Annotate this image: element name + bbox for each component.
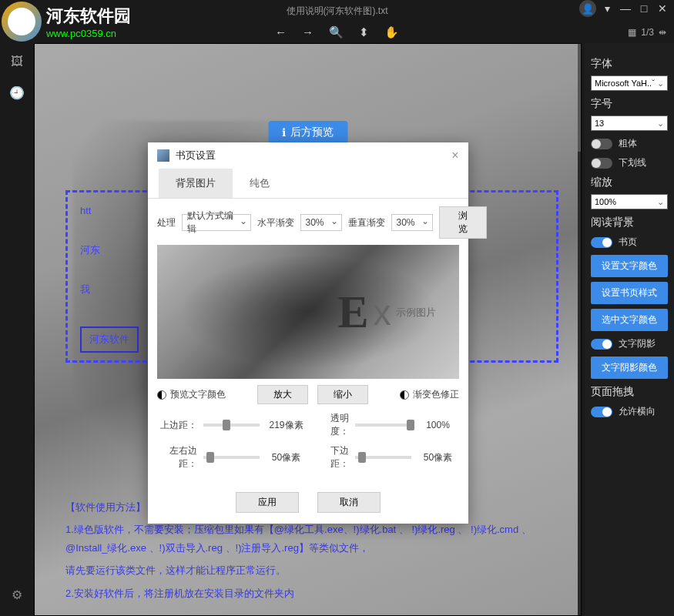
- font-select[interactable]: Microsoft YaH..ˇ: [591, 75, 668, 91]
- read-bg-label: 阅读背景: [591, 216, 668, 229]
- preview-image: E x 示例图片: [157, 245, 459, 379]
- zoom-out-button[interactable]: 缩小: [317, 385, 368, 404]
- text-shadow-label: 文字阴影: [619, 337, 656, 350]
- scrollbar[interactable]: [578, 44, 582, 615]
- process-label: 处理: [157, 216, 176, 229]
- contrast-icon-2: [400, 390, 409, 400]
- left-rail: 🖼 🕘 ⚙: [0, 43, 34, 616]
- size-select[interactable]: 13: [591, 116, 668, 131]
- dialog-title: 书页设置: [176, 149, 216, 162]
- v-gradient-select[interactable]: 30%: [391, 214, 433, 231]
- document-viewport[interactable]: htt 河东 我 河东软件 【软件使用方法】： 1.绿色版软件，不需要安装；压缩…: [34, 43, 582, 616]
- h-gradient-label: 水平渐变: [257, 216, 294, 229]
- tab-background-image[interactable]: 背景图片: [159, 169, 233, 198]
- watermark-title: 河东软件园: [46, 5, 131, 28]
- font-label: 字体: [591, 57, 668, 71]
- user-icon[interactable]: 👤: [579, 0, 596, 17]
- preview-example-label: 示例图片: [396, 305, 436, 319]
- contrast-icon: [157, 390, 166, 400]
- watermark: 河东软件园 www.pc0359.cn: [2, 2, 131, 42]
- nav-back-icon[interactable]: ←: [275, 25, 287, 39]
- hand-icon[interactable]: ✋: [384, 25, 399, 39]
- page-settings-dialog: 书页设置 × 背景图片 纯色 处理 默认方式编辑 水平渐变 30% 垂直渐变 3…: [148, 142, 468, 524]
- image-icon[interactable]: 🖼: [6, 51, 28, 72]
- page-mode-toggle[interactable]: [591, 237, 612, 248]
- margin-bottom-slider[interactable]: [355, 456, 411, 459]
- allow-horizontal-toggle[interactable]: [591, 407, 612, 417]
- zoom-in-button[interactable]: 放大: [257, 385, 308, 404]
- settings-icon[interactable]: ⚙: [6, 584, 28, 605]
- dialog-close-icon[interactable]: ×: [451, 149, 458, 162]
- link-box[interactable]: 河东软件: [80, 326, 139, 352]
- zoom-select[interactable]: 100%: [591, 194, 668, 209]
- margin-bottom-value: 50像素: [417, 451, 459, 464]
- bold-label: 粗体: [619, 137, 637, 150]
- cursor-icon[interactable]: ⬍: [359, 25, 369, 39]
- history-icon[interactable]: 🕘: [6, 82, 28, 103]
- dialog-icon: [157, 149, 169, 162]
- preview-banner: ℹ 后方预览: [268, 121, 347, 144]
- fit-width-icon[interactable]: ⇹: [659, 27, 666, 38]
- allow-horizontal-label: 允许横向: [619, 405, 656, 418]
- opacity-label: 透明度：: [314, 412, 349, 438]
- tab-solid-color[interactable]: 纯色: [233, 169, 287, 198]
- h-gradient-select[interactable]: 30%: [300, 214, 342, 231]
- zoom-label: 缩放: [591, 176, 668, 189]
- page-mode-label: 书页: [619, 236, 637, 249]
- preview-glyph-e: E: [337, 286, 368, 339]
- minimize-button[interactable]: —: [618, 1, 633, 16]
- right-panel: 字体 Microsoft YaH..ˇ 字号 13 粗体 下划线 缩放 100%…: [585, 43, 674, 616]
- opacity-value: 100%: [417, 420, 459, 430]
- browse-button[interactable]: 浏览: [439, 206, 487, 239]
- margin-bottom-label: 下边距：: [314, 444, 349, 470]
- watermark-url: www.pc0359.cn: [46, 28, 131, 39]
- info-icon: ℹ: [282, 126, 286, 139]
- page-indicator: 1/3: [641, 27, 654, 38]
- v-gradient-label: 垂直渐变: [348, 216, 385, 229]
- bold-toggle[interactable]: [591, 139, 612, 149]
- margin-top-label: 上边距：: [157, 419, 197, 432]
- margin-lr-slider[interactable]: [203, 456, 260, 459]
- preview-text-color-label[interactable]: 预览文字颜色: [170, 388, 226, 401]
- margin-lr-label: 左右边距：: [157, 444, 197, 470]
- margin-lr-value: 50像素: [266, 451, 307, 464]
- opacity-slider[interactable]: [355, 424, 411, 427]
- nav-forward-icon[interactable]: →: [302, 25, 314, 39]
- cancel-button[interactable]: 取消: [317, 492, 381, 513]
- underline-toggle[interactable]: [591, 158, 612, 169]
- preview-glyph-x: x: [374, 291, 391, 333]
- sel-text-color-button[interactable]: 选中文字颜色: [591, 309, 668, 331]
- gradient-fix-label[interactable]: 渐变色修正: [413, 388, 459, 401]
- watermark-logo: [2, 2, 42, 42]
- margin-top-slider[interactable]: [203, 424, 260, 427]
- close-button[interactable]: ✕: [655, 1, 670, 16]
- shadow-color-button[interactable]: 文字阴影颜色: [591, 357, 668, 379]
- size-label: 字号: [591, 97, 668, 111]
- dropdown-icon[interactable]: ▾: [599, 1, 615, 16]
- window-title: 使用说明(河东软件图).txt: [287, 5, 388, 18]
- set-text-color-button[interactable]: 设置文字颜色: [591, 255, 668, 277]
- underline-label: 下划线: [619, 156, 646, 169]
- margin-top-value: 219像素: [266, 419, 307, 432]
- layout-icon[interactable]: ▦: [628, 27, 636, 38]
- maximize-button[interactable]: □: [636, 1, 652, 16]
- page-drag-label: 页面拖拽: [591, 385, 668, 399]
- search-icon[interactable]: 🔍: [329, 25, 344, 39]
- process-select[interactable]: 默认方式编辑: [182, 214, 251, 231]
- apply-button[interactable]: 应用: [236, 492, 299, 513]
- set-page-style-button[interactable]: 设置书页样式: [591, 282, 668, 304]
- text-shadow-toggle[interactable]: [591, 339, 612, 350]
